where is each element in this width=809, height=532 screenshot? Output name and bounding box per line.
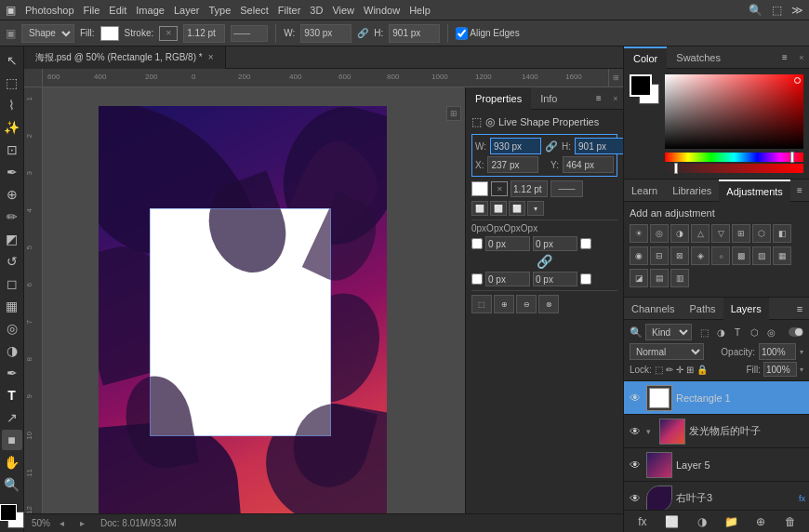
layer-delete-btn[interactable]: 🗑 <box>781 513 800 530</box>
tab-learn[interactable]: Learn <box>624 180 665 202</box>
link-corners-icon[interactable]: 🔗 <box>537 254 552 269</box>
kind-select[interactable]: Kind <box>645 324 692 340</box>
layer-group-btn[interactable]: 📁 <box>722 513 740 530</box>
lasso-tool[interactable]: ⌇ <box>2 95 22 115</box>
menu-item-view[interactable]: View <box>332 5 354 16</box>
shape-type-select[interactable]: Shape <box>21 24 74 43</box>
h-input[interactable] <box>575 138 623 154</box>
selection-tool[interactable]: ⬚ <box>2 73 22 93</box>
adj-channel-mixer[interactable]: ⊟ <box>650 246 669 265</box>
lock-position-icon[interactable]: ✛ <box>676 365 683 375</box>
stroke-swatch[interactable]: ✕ <box>159 26 178 41</box>
adj-pattern[interactable]: ▥ <box>670 269 689 287</box>
x-input[interactable] <box>487 156 538 173</box>
color-panel-collapse[interactable]: × <box>794 50 809 65</box>
path-op-4[interactable]: ⊗ <box>538 295 559 313</box>
corner-input-4[interactable] <box>533 272 577 286</box>
filter-adj-icon[interactable]: ◑ <box>713 325 728 339</box>
layer-item-leaf3[interactable]: 👁 右叶子3 fx <box>624 482 809 510</box>
filter-shape-icon[interactable]: ⬡ <box>747 325 762 339</box>
color-gradient-box[interactable] <box>665 74 803 149</box>
menu-item-image[interactable]: Image <box>136 5 165 16</box>
layers-panel-options[interactable]: ≡ <box>790 299 809 318</box>
canvas-nav-top-right[interactable]: ⊞ <box>608 69 623 87</box>
blending-mode-select[interactable]: Normal <box>630 343 704 360</box>
scroll-left-btn[interactable]: ◂ <box>60 518 71 529</box>
menu-item-filter[interactable]: Filter <box>278 5 300 16</box>
adj-selective-color[interactable]: ▦ <box>773 246 791 265</box>
filter-toggle[interactable] <box>789 327 803 337</box>
filter-smart-icon[interactable]: ◎ <box>763 325 778 339</box>
y-input[interactable] <box>563 156 614 173</box>
hue-strip[interactable] <box>665 153 803 162</box>
align-btn-2[interactable]: ⬜ <box>490 201 507 216</box>
tab-color[interactable]: Color <box>624 47 667 69</box>
adj-threshold[interactable]: ▩ <box>732 246 750 265</box>
path-op-1[interactable]: ⬚ <box>471 295 492 313</box>
clone-tool[interactable]: ◩ <box>2 229 22 249</box>
foreground-color[interactable] <box>0 504 17 521</box>
layer-mask-btn[interactable]: ⬜ <box>663 513 682 530</box>
lock-image-icon[interactable]: ✏ <box>666 365 673 375</box>
adj-hsl[interactable]: ⊞ <box>732 224 750 243</box>
menu-item-photoshop[interactable]: Photoshop <box>25 5 74 16</box>
adj-posterize[interactable]: ⬦ <box>711 246 730 265</box>
align-edges-checkbox[interactable] <box>456 24 468 43</box>
gradient-tool[interactable]: ▦ <box>2 296 22 316</box>
align-btn-3[interactable]: ⬜ <box>509 201 525 216</box>
adj-gradient-map[interactable]: ▨ <box>752 246 771 265</box>
tab-info[interactable]: Info <box>531 87 566 110</box>
layer-visibility-rectangle1[interactable]: 👁 <box>628 391 643 406</box>
path-op-2[interactable]: ⊕ <box>494 295 514 313</box>
corner-lock-2[interactable] <box>580 238 591 249</box>
stroke-width-input[interactable] <box>183 24 225 43</box>
menu-item-layer[interactable]: Layer <box>174 5 200 16</box>
adj-color-lookup[interactable]: ⊠ <box>670 246 689 265</box>
layer-item-layer5[interactable]: 👁 Layer 5 <box>624 448 809 482</box>
adj-photofilter[interactable]: ◉ <box>630 246 648 265</box>
menu-item-select[interactable]: Select <box>240 5 269 16</box>
opacity-chevron[interactable]: ▾ <box>800 348 803 356</box>
color-panel-options[interactable]: ≡ <box>776 48 794 67</box>
move-tool[interactable]: ↖ <box>2 50 22 71</box>
stroke-type-select[interactable]: —— <box>231 25 268 42</box>
fill-chevron[interactable]: ▾ <box>800 366 803 374</box>
filter-type-icon[interactable]: T <box>730 325 745 339</box>
filter-pixel-icon[interactable]: ⬚ <box>696 325 711 339</box>
crop-tool[interactable]: ⊡ <box>2 140 22 160</box>
adj-panel-options[interactable]: ≡ <box>790 181 809 200</box>
tab-channels[interactable]: Channels <box>624 298 682 320</box>
align-dropdown[interactable]: ▾ <box>527 201 544 216</box>
blur-tool[interactable]: ◎ <box>2 318 22 339</box>
search-icon[interactable]: 🔍 <box>749 4 763 17</box>
adj-brightness[interactable]: ☀ <box>630 224 648 243</box>
brush-tool[interactable]: ✏ <box>2 206 22 227</box>
menu-item-type[interactable]: Type <box>208 5 231 16</box>
shape-tool[interactable]: ■ <box>2 430 22 450</box>
stroke-swatch-panel[interactable]: ✕ <box>491 181 508 196</box>
layer-item-group1[interactable]: 👁 ▾ 发光物后的叶子 <box>624 415 809 448</box>
pen-tool[interactable]: ✒ <box>2 363 22 383</box>
document-tab[interactable]: 海报.psd @ 50% (Rectangle 1, RGB/8) * × <box>24 47 226 69</box>
adj-invert[interactable]: ◈ <box>691 246 710 265</box>
adj-colorbalance[interactable]: ⬡ <box>752 224 771 243</box>
adj-bw[interactable]: ◧ <box>773 224 791 243</box>
menu-item-help[interactable]: Help <box>409 5 431 16</box>
layer-visibility-leaf3[interactable]: 👁 <box>628 491 643 506</box>
corner-lock-3[interactable] <box>471 273 483 285</box>
layer-visibility-group1[interactable]: 👁 <box>628 424 643 439</box>
layer-new-btn[interactable]: ⊕ <box>751 513 770 530</box>
tab-properties[interactable]: Properties <box>466 87 531 110</box>
stroke-width-panel-input[interactable] <box>511 180 548 197</box>
layer-adj-btn[interactable]: ◑ <box>693 513 711 530</box>
corner-input-1[interactable] <box>485 236 530 251</box>
type-tool[interactable]: T <box>2 385 22 406</box>
adj-levels[interactable]: ◎ <box>650 224 669 243</box>
fg-swatch[interactable] <box>630 74 652 97</box>
dodge-tool[interactable]: ◑ <box>2 340 22 361</box>
opacity-strip[interactable] <box>665 164 803 173</box>
menu-item-edit[interactable]: Edit <box>109 5 126 16</box>
path-op-3[interactable]: ⊖ <box>516 295 537 313</box>
adj-gradient[interactable]: ▤ <box>650 269 669 287</box>
adj-curves[interactable]: ◑ <box>670 224 689 243</box>
